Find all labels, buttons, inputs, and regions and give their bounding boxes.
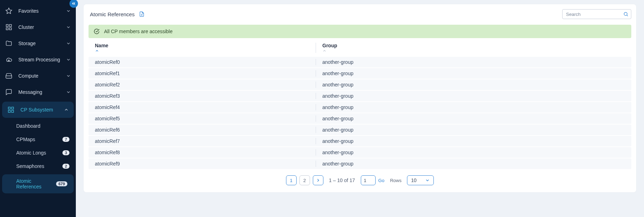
table-row[interactable]: atomicRef5another-group [89,113,631,124]
dashboard-icon [7,106,15,114]
page-title: Atomic References [90,11,135,17]
count-badge: 7 [62,137,69,142]
page-1-button[interactable]: 1 [286,175,297,185]
status-text: All CP members are accessible [104,29,172,34]
chevron-down-icon [66,73,71,78]
cell-name: atomicRef6 [89,125,316,135]
page-2-button[interactable]: 2 [299,175,310,185]
sidebar-item-label: Stream Processing [18,57,60,62]
svg-rect-7 [12,107,14,109]
table-row[interactable]: atomicRef1another-group [89,68,631,79]
svg-marker-0 [6,8,12,14]
cp-subsystem-subnav: Dashboard CPMaps 7 Atomic Longs 3 Semaph… [0,119,76,193]
column-label: Group [322,43,337,48]
star-icon [5,7,13,15]
table-row[interactable]: atomicRef3another-group [89,91,631,101]
chevron-down-icon [66,90,71,95]
cell-name: atomicRef7 [89,136,316,146]
count-badge: 2 [62,164,69,169]
grid-icon [5,23,13,31]
pagination: 1 2 1 – 10 of 17 Go Rows 10 [89,175,631,185]
table-row[interactable]: atomicRef4another-group [89,102,631,113]
sidebar: Favorites Cluster Storage Stream Process… [0,0,76,217]
cell-name: atomicRef9 [89,158,316,169]
rows-label: Rows [390,178,402,183]
subnav-dashboard[interactable]: Dashboard [0,119,76,133]
folder-icon [5,40,13,47]
cell-name: atomicRef8 [89,147,316,158]
svg-rect-2 [10,25,12,27]
search-container [562,9,631,19]
cell-group: another-group [316,79,631,90]
table-row[interactable]: atomicRef0another-group [89,57,631,67]
subnav-atomic-references[interactable]: Atomic References 679 [2,174,74,193]
sidebar-item-compute[interactable]: Compute [0,68,76,84]
svg-point-12 [624,12,627,16]
panel-header: Atomic References [90,9,631,19]
cell-group: another-group [316,136,631,146]
chevron-up-icon [64,107,69,112]
sidebar-item-storage[interactable]: Storage [0,35,76,52]
cell-group: another-group [316,125,631,135]
svg-rect-3 [6,28,8,30]
document-icon[interactable] [139,11,145,17]
sidebar-item-favorites[interactable]: Favorites [0,3,76,19]
next-page-button[interactable] [313,175,323,185]
cell-name: atomicRef5 [89,113,316,124]
sort-asc-icon [95,49,310,53]
sidebar-item-label: Cluster [18,24,60,30]
drive-icon [5,72,13,80]
sidebar-item-messaging[interactable]: Messaging [0,84,76,100]
chevron-down-icon [425,178,430,183]
column-header-group[interactable]: Group [316,40,631,56]
sort-icon [322,49,625,53]
sidebar-item-stream-processing[interactable]: Stream Processing [0,52,76,68]
sidebar-item-label: Messaging [18,89,60,95]
cell-group: another-group [316,113,631,124]
svg-line-13 [627,15,628,16]
chevron-down-icon [66,8,71,13]
subnav-cpmaps[interactable]: CPMaps 7 [0,133,76,146]
content-panel: Atomic References All CP members are acc… [84,4,636,192]
subnav-semaphores[interactable]: Semaphores 2 [0,159,76,173]
cell-name: atomicRef2 [89,79,316,90]
cell-group: another-group [316,57,631,67]
table-row[interactable]: atomicRef8another-group [89,147,631,158]
subnav-atomic-longs[interactable]: Atomic Longs 3 [0,146,76,159]
rows-per-page-select[interactable]: 10 [407,175,434,185]
cell-group: another-group [316,102,631,113]
cell-name: atomicRef3 [89,91,316,101]
rows-value: 10 [411,177,417,183]
subnav-label: Dashboard [16,123,69,129]
message-icon [5,88,13,96]
chevron-down-icon [66,25,71,30]
cell-name: atomicRef4 [89,102,316,113]
search-input[interactable] [562,9,631,19]
check-circle-icon [93,28,100,35]
svg-rect-9 [12,110,14,113]
data-table: Name Group atomicRef0another-groupatomic… [89,39,631,170]
sidebar-item-label: Compute [18,73,60,79]
sidebar-item-cluster[interactable]: Cluster [0,19,76,35]
goto-page-input[interactable] [361,175,376,185]
table-row[interactable]: atomicRef6another-group [89,125,631,135]
search-icon[interactable] [623,12,628,17]
subnav-label: Atomic Longs [16,150,62,156]
table-row[interactable]: atomicRef2another-group [89,79,631,90]
column-label: Name [95,43,108,48]
main-content: Atomic References All CP members are acc… [76,0,644,217]
subnav-label: CPMaps [16,137,62,142]
count-badge: 679 [56,181,67,186]
table-row[interactable]: atomicRef7another-group [89,136,631,146]
goto-page-button[interactable]: Go [378,178,384,183]
table-row[interactable]: atomicRef9another-group [89,158,631,169]
sidebar-item-label: Favorites [18,8,60,14]
sidebar-item-cp-subsystem[interactable]: CP Subsystem [2,102,74,118]
column-header-name[interactable]: Name [89,40,316,56]
cell-group: another-group [316,147,631,158]
cell-name: atomicRef1 [89,68,316,79]
sidebar-item-label: Storage [18,41,60,46]
sidebar-item-label: CP Subsystem [20,107,58,113]
svg-rect-1 [6,25,8,27]
count-badge: 3 [62,150,69,155]
